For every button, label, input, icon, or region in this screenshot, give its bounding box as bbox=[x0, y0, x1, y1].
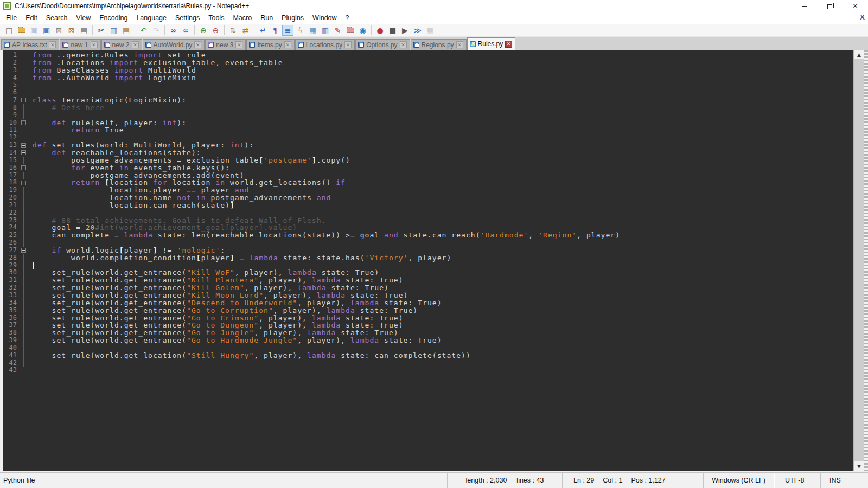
tab-close-icon[interactable]: ✕ bbox=[505, 41, 512, 48]
fold-collapse-icon[interactable] bbox=[18, 149, 28, 157]
fold-collapse-icon[interactable] bbox=[18, 119, 28, 127]
document-map-button[interactable]: ▦ bbox=[307, 25, 318, 36]
menu-macro[interactable]: Macro bbox=[228, 12, 256, 23]
paste-button[interactable]: ▤ bbox=[120, 25, 132, 36]
edit-sign-button[interactable]: ✎ bbox=[332, 25, 343, 36]
title-bar[interactable]: C:\Users\Dood\Documents\tmp\Archipelago\… bbox=[0, 0, 868, 12]
macro-save-button[interactable]: ▦ bbox=[424, 25, 436, 36]
function-list-button[interactable]: ϟ bbox=[295, 25, 306, 36]
tab-new-1[interactable]: new 1✕ bbox=[60, 39, 100, 50]
tab-new-3[interactable]: new 3✕ bbox=[205, 39, 246, 50]
scrollbar-track[interactable] bbox=[854, 59, 864, 461]
fold-margin bbox=[18, 314, 28, 322]
code-line: 8 # Defs here bbox=[3, 104, 853, 112]
fold-collapse-icon[interactable] bbox=[18, 97, 28, 104]
scroll-down-arrow[interactable]: ▼ bbox=[854, 461, 864, 471]
vertical-scrollbar[interactable]: ▲ ▼ bbox=[853, 50, 864, 471]
macro-record-button[interactable]: ● bbox=[374, 25, 386, 36]
tab-label: Rules.py bbox=[478, 40, 503, 48]
cut-button[interactable]: ✂ bbox=[95, 25, 107, 36]
tab-rules-py[interactable]: Rules.py✕ bbox=[467, 37, 516, 50]
toolbar-separator bbox=[135, 25, 135, 35]
line-number: 12 bbox=[3, 134, 18, 142]
tab-close-icon[interactable]: ✕ bbox=[132, 41, 139, 48]
monitoring-button[interactable]: ◉ bbox=[357, 25, 368, 36]
find-button[interactable]: ∞ bbox=[168, 25, 179, 36]
editor-region: 1from ..generic.Rules import set_rule2fr… bbox=[0, 50, 868, 471]
tab-regions-py[interactable]: Regions.py✕ bbox=[411, 39, 467, 50]
tab-ap-ideas-txt[interactable]: AP Ideas.txt✕ bbox=[1, 39, 59, 50]
fold-margin bbox=[18, 202, 28, 209]
macro-play-button[interactable]: ▶ bbox=[399, 25, 411, 36]
tab-close-icon[interactable]: ✕ bbox=[194, 41, 201, 48]
tab-close-icon[interactable]: ✕ bbox=[344, 41, 352, 48]
close-button[interactable]: ✕ bbox=[843, 0, 868, 12]
menu-settings[interactable]: Settings bbox=[171, 12, 204, 23]
menu-window[interactable]: Window bbox=[308, 12, 341, 23]
macro-run-multiple-button[interactable]: ≫ bbox=[412, 25, 423, 36]
sync-horizontal-button[interactable]: ⇄ bbox=[240, 25, 251, 36]
menu-tools[interactable]: Tools bbox=[204, 12, 228, 23]
menu-help[interactable]: ? bbox=[341, 12, 354, 23]
status-encoding[interactable]: UTF-8 bbox=[774, 473, 820, 488]
code-editor[interactable]: 1from ..generic.Rules import set_rule2fr… bbox=[3, 50, 853, 471]
tab-close-icon[interactable]: ✕ bbox=[284, 41, 291, 48]
tab-close-icon[interactable]: ✕ bbox=[49, 41, 56, 48]
menu-plugins[interactable]: Plugins bbox=[277, 12, 308, 23]
open-folder-button[interactable] bbox=[16, 25, 27, 36]
unsaved-doc-icon bbox=[104, 42, 110, 48]
tab-locations-py[interactable]: Locations.py✕ bbox=[295, 39, 355, 50]
fold-collapse-icon[interactable] bbox=[18, 179, 28, 187]
tab-new-2[interactable]: new 2✕ bbox=[101, 39, 142, 50]
menu-file[interactable]: File bbox=[2, 12, 21, 23]
fold-collapse-icon[interactable] bbox=[18, 247, 28, 254]
tab-close-icon[interactable]: ✕ bbox=[235, 41, 242, 48]
macro-stop-button[interactable]: ■ bbox=[387, 25, 398, 36]
menu-search[interactable]: Search bbox=[42, 12, 72, 23]
status-eol-format[interactable]: Windows (CR LF) bbox=[703, 473, 774, 488]
save-button[interactable]: ▣ bbox=[28, 25, 40, 36]
code-line: 37 set_rule(world.get_entrance("Go to Du… bbox=[3, 322, 853, 329]
tab-close-icon[interactable]: ✕ bbox=[400, 41, 407, 48]
close-document-x[interactable]: X bbox=[860, 13, 865, 21]
sync-vertical-button[interactable]: ⇅ bbox=[227, 25, 239, 36]
menu-run[interactable]: Run bbox=[256, 12, 277, 23]
tab-options-py[interactable]: Options.py✕ bbox=[355, 39, 410, 50]
fold-margin bbox=[18, 344, 28, 352]
fold-collapse-icon[interactable] bbox=[18, 142, 28, 149]
zoom-out-button[interactable]: ⊖ bbox=[210, 25, 221, 36]
undo-button[interactable]: ↶ bbox=[138, 25, 149, 36]
line-number: 35 bbox=[3, 307, 18, 314]
tab-autoworld-py[interactable]: AutoWorld.py✕ bbox=[143, 39, 205, 50]
sync-vertical-icon: ⇅ bbox=[230, 27, 237, 34]
document-list-button[interactable]: ▥ bbox=[320, 25, 331, 36]
folder-workspace-button[interactable] bbox=[344, 25, 356, 36]
menu-language[interactable]: Language bbox=[132, 12, 171, 23]
unsaved-doc-icon bbox=[62, 42, 68, 48]
minimize-button[interactable] bbox=[792, 0, 817, 12]
indent-guide-button[interactable]: ≡ bbox=[282, 25, 293, 36]
status-insert-mode[interactable]: INS bbox=[820, 473, 868, 488]
redo-button[interactable]: ↷ bbox=[150, 25, 162, 36]
show-all-chars-button[interactable]: ¶ bbox=[270, 25, 281, 36]
zoom-in-button[interactable]: ⊕ bbox=[197, 25, 209, 36]
replace-button[interactable]: ∞ bbox=[180, 25, 192, 36]
print-button[interactable]: ▤ bbox=[78, 25, 90, 36]
menu-encoding[interactable]: Encoding bbox=[95, 12, 132, 23]
word-wrap-button[interactable]: ↵ bbox=[257, 25, 269, 36]
line-number: 22 bbox=[3, 209, 18, 217]
copy-button[interactable]: ▥ bbox=[108, 25, 119, 36]
close-all-button[interactable]: ⊠ bbox=[66, 25, 77, 36]
restore-button[interactable] bbox=[817, 0, 843, 12]
line-number: 38 bbox=[3, 329, 18, 337]
new-file-button[interactable]: □ bbox=[3, 25, 15, 36]
close-doc-button[interactable]: ⊠ bbox=[53, 25, 65, 36]
tab-close-icon[interactable]: ✕ bbox=[91, 41, 98, 48]
menu-edit[interactable]: Edit bbox=[21, 12, 42, 23]
fold-collapse-icon[interactable] bbox=[18, 164, 28, 172]
menu-view[interactable]: View bbox=[72, 12, 95, 23]
scroll-up-arrow[interactable]: ▲ bbox=[854, 50, 864, 59]
save-all-button[interactable]: ▣ bbox=[41, 25, 52, 36]
tab-items-py[interactable]: Items.py✕ bbox=[246, 39, 294, 50]
tab-close-icon[interactable]: ✕ bbox=[456, 41, 463, 48]
